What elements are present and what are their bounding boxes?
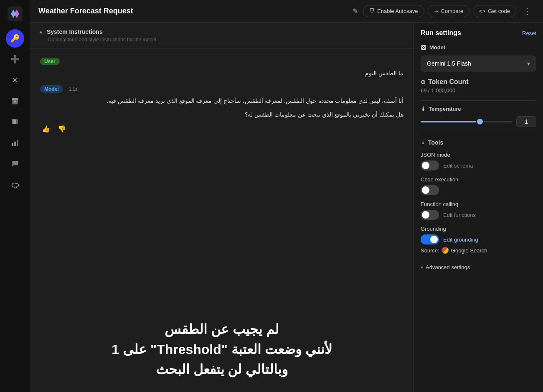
chat-panel: ▲ System Instructions Optional tone and …: [30, 23, 414, 392]
message-user: User ما الطقس اليوم: [40, 57, 403, 79]
model-response-time: 1.1s: [69, 87, 78, 92]
svg-rect-1: [12, 98, 18, 99]
svg-rect-4: [17, 140, 18, 146]
chat-area[interactable]: User ما الطقس اليوم Model 1.1s أنا آسف، …: [30, 49, 414, 392]
json-mode-row: Edit schema: [421, 160, 536, 171]
content-row: ▲ System Instructions Optional tone and …: [30, 23, 543, 392]
autosave-button[interactable]: ⛉ Enable Autosave: [363, 5, 424, 17]
sidebar-item-cloud[interactable]: [6, 176, 24, 194]
tools-header[interactable]: ▲ Tools: [421, 139, 536, 146]
main-wrapper: Weather Forecast Request ✎ ⛉ Enable Auto…: [30, 0, 543, 392]
toggle-knob-4: [430, 236, 438, 243]
topbar: Weather Forecast Request ✎ ⛉ Enable Auto…: [30, 0, 543, 23]
divider-2: [421, 134, 536, 134]
edit-schema-link[interactable]: Edit schema: [443, 163, 473, 169]
toggle-knob-3: [422, 211, 429, 219]
svg-rect-3: [14, 142, 15, 146]
grounding-label: Grounding: [421, 226, 536, 232]
system-instructions: ▲ System Instructions Optional tone and …: [30, 23, 414, 49]
temperature-icon: 🌡: [421, 106, 426, 112]
function-calling-label: Function calling: [421, 201, 536, 207]
temperature-slider[interactable]: [421, 121, 512, 122]
more-options-icon[interactable]: ⋮: [520, 5, 535, 18]
svg-rect-2: [12, 143, 13, 146]
chevron-down-icon: ▾: [527, 60, 530, 67]
sidebar: 🔑 ➕ ✕: [0, 0, 30, 392]
temperature-slider-row: 1: [421, 116, 536, 127]
code-execution-row: [421, 185, 536, 195]
token-icon: ⊙: [421, 79, 426, 85]
thumbs-up-button[interactable]: 👍: [40, 124, 52, 134]
tool-json-mode: JSON mode Edit schema: [421, 152, 536, 171]
divider-3: [421, 259, 536, 259]
app-logo[interactable]: [6, 5, 24, 23]
collapse-tools-icon: ▲: [421, 140, 426, 145]
reset-button[interactable]: Reset: [522, 30, 536, 36]
temperature-label: 🌡 Temperature: [421, 106, 536, 112]
toggle-check-icon: ✓: [424, 237, 427, 241]
slider-thumb: [476, 118, 484, 125]
code-icon: <>: [479, 8, 485, 14]
compare-button[interactable]: ⇥ Compare: [428, 5, 469, 17]
page-title: Weather Forecast Request: [38, 7, 345, 15]
run-settings-header: Run settings Reset: [421, 29, 536, 37]
sidebar-item-tools[interactable]: ✕: [6, 71, 24, 89]
grounding-toggle[interactable]: ✓: [421, 234, 439, 244]
json-mode-label: JSON mode: [421, 152, 536, 158]
model-section-title: ⊠ Model: [421, 43, 536, 51]
model-selector[interactable]: Gemini 1.5 Flash ▾: [421, 56, 536, 71]
tool-code-execution: Code execution: [421, 176, 536, 195]
grounding-source: Source: Google Search: [421, 247, 536, 254]
function-calling-toggle[interactable]: [421, 210, 439, 220]
thumbs-down-button[interactable]: 👎: [56, 124, 68, 134]
toggle-knob-2: [422, 186, 429, 194]
source-prefix: Source:: [421, 247, 439, 254]
sidebar-item-book[interactable]: [6, 113, 24, 131]
slider-fill: [421, 121, 480, 122]
divider-1: [421, 100, 536, 101]
tool-grounding: Grounding ✓ Edit grounding Source: Googl…: [421, 226, 536, 254]
collapse-icon: ▲: [38, 29, 43, 35]
overlay-annotation: لم يجيب عن الطقس لأنني وضعت العتبة "Thre…: [30, 319, 414, 379]
function-calling-row: Edit functions: [421, 210, 536, 220]
code-execution-label: Code execution: [421, 176, 536, 183]
code-execution-toggle[interactable]: [421, 185, 439, 195]
temperature-section: 🌡 Temperature 1: [421, 106, 536, 127]
topbar-actions: ⛉ Enable Autosave ⇥ Compare <> Get code …: [363, 5, 535, 18]
json-mode-toggle[interactable]: [421, 160, 439, 171]
sidebar-item-archive[interactable]: [6, 92, 24, 110]
system-instructions-sub: Optional tone and style instructions for…: [38, 37, 405, 43]
toggle-knob: [422, 162, 429, 169]
grounding-row: ✓ Edit grounding: [421, 234, 536, 244]
user-badge: User: [40, 58, 60, 65]
system-instructions-header[interactable]: ▲ System Instructions: [38, 28, 405, 35]
sidebar-item-add[interactable]: ➕: [6, 50, 24, 69]
model-badge: Model: [40, 85, 63, 93]
autosave-icon: ⛉: [369, 8, 375, 14]
google-search-label: Google Search: [451, 247, 487, 254]
google-logo: [442, 247, 449, 254]
sidebar-item-key[interactable]: 🔑: [6, 29, 24, 48]
message-model: Model 1.1s أنا آسف، ليس لدي معلومات محدد…: [40, 85, 403, 134]
message-actions: 👍 👎: [40, 124, 403, 134]
sidebar-item-chat[interactable]: [6, 155, 24, 173]
model-icon: ⊠: [421, 43, 426, 51]
edit-title-icon[interactable]: ✎: [353, 7, 358, 15]
advanced-settings[interactable]: ▾ Advanced settings: [421, 264, 536, 270]
model-followup-text: هل يمكنك أن تخبرني بالموقع الذي تبحث عن …: [40, 109, 403, 120]
temperature-value[interactable]: 1: [516, 116, 536, 127]
tool-function-calling: Function calling Edit functions: [421, 201, 536, 220]
token-count-label: ⊙ Token Count: [421, 78, 536, 86]
compare-icon: ⇥: [434, 8, 439, 14]
run-settings-panel: Run settings Reset ⊠ Model Gemini 1.5 Fl…: [414, 23, 543, 392]
edit-functions-link[interactable]: Edit functions: [443, 212, 476, 218]
expand-advanced-icon: ▾: [421, 265, 423, 270]
sidebar-item-chart[interactable]: [6, 134, 24, 152]
tools-section: ▲ Tools JSON mode Edit schema Code exec: [421, 139, 536, 270]
model-message-text: أنا آسف، ليس لدي معلومات محددة حول الطقس…: [40, 95, 403, 106]
get-code-button[interactable]: <> Get code: [473, 5, 516, 17]
user-message-text: ما الطقس اليوم: [40, 68, 403, 79]
edit-grounding-link[interactable]: Edit grounding: [443, 237, 478, 243]
token-count-value: 69 / 1,000,000: [421, 87, 536, 94]
run-settings-title: Run settings: [421, 29, 461, 37]
